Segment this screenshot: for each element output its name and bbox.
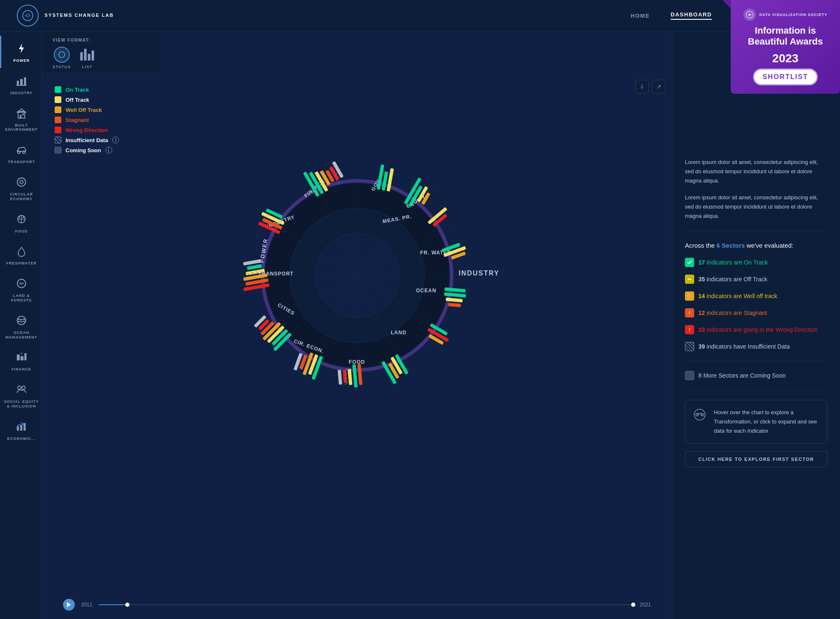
status-view-icon [54, 47, 70, 63]
sidebar-item-economic[interactable]: $ ECONOMIC... [0, 414, 42, 446]
legend-label-insufficient: Insufficient Data [66, 137, 108, 143]
power-icon [14, 41, 29, 56]
nav-home[interactable]: HOME [631, 13, 650, 19]
sidebar-label-built: BUILTENVIRONMENT [5, 123, 38, 132]
badge-wrong-direction: ! [685, 325, 694, 334]
status-view-label: STATUS [53, 65, 71, 69]
badge-stagnant: ! [685, 308, 694, 317]
sidebar-label-finance: FINANCE [12, 367, 32, 372]
sidebar-item-land[interactable]: LAND &FORESTS [0, 271, 42, 308]
sidebar-label-industry: INDUSTRY [10, 91, 33, 95]
timeline-progress [99, 604, 126, 605]
list-view-icon [79, 47, 95, 63]
sidebar-item-transport[interactable]: TRANSPORT [0, 137, 42, 169]
sidebar-label-freshwater: FRESHWATER [6, 261, 37, 266]
bar2 [84, 49, 87, 61]
legend-dot-red [55, 127, 61, 133]
legend-label-stagnant: Stagnant [66, 117, 89, 123]
svg-text:FOOD: FOOD [349, 359, 365, 365]
nav-dashboard[interactable]: DASHBOARD [671, 11, 712, 20]
economic-icon: $ [14, 419, 29, 434]
share-button[interactable]: ↗ [652, 80, 666, 93]
explore-first-sector-button[interactable]: CLICK HERE TO EXPLORE FIRST SECTOR [685, 451, 827, 467]
sidebar-item-social[interactable]: SOCIAL EQUITY& INCLUSION [0, 377, 42, 414]
sidebar-item-power[interactable]: POWER [0, 36, 42, 68]
timeline-track[interactable] [99, 604, 634, 605]
radial-chart: GOV. EQUITY MEAS. PR. FR. WATER OCEAN LA… [193, 95, 521, 410]
view-format-label: VIEW FORMAT: [53, 38, 95, 42]
svg-point-1 [26, 14, 29, 17]
svg-point-19 [18, 216, 20, 218]
indicator-count-on-track: 17 Indicators are On Track [698, 259, 768, 266]
dvs-logo-icon [743, 8, 756, 21]
svg-text:LAND: LAND [391, 330, 406, 336]
legend-dot-green [55, 86, 61, 93]
svg-rect-7 [16, 85, 26, 86]
download-button[interactable]: ⇩ [635, 80, 649, 93]
sidebar-item-built[interactable]: BUILTENVIRONMENT [0, 101, 42, 138]
svg-point-20 [23, 216, 24, 218]
industry-icon [14, 73, 29, 88]
legend-dot-yellow [55, 96, 61, 103]
svg-rect-25 [24, 353, 26, 360]
view-option-status[interactable]: STATUS [53, 47, 71, 69]
svg-rect-24 [21, 356, 24, 360]
badge-on-track [685, 258, 694, 267]
coming-soon-text: 8 More Sectors are Coming Soon [698, 372, 786, 379]
timeline-end: 2021 [640, 602, 651, 608]
svg-rect-91 [337, 370, 342, 385]
svg-text:$: $ [21, 421, 22, 424]
legend-label-wrong: Wrong Direction [66, 127, 108, 133]
left-sidebar: POWER INDUSTRY BUILTENVIRONMENT TRANSPOR… [0, 32, 42, 619]
legend-wrong-direction: Wrong Direction [55, 127, 119, 133]
circular-icon [14, 175, 29, 190]
land-icon [14, 276, 29, 291]
insufficient-info-icon[interactable]: i [112, 137, 119, 143]
indicator-count-wrong: 23 indicators are going in the Wrong Dir… [698, 326, 818, 333]
list-bars [80, 49, 94, 61]
main-layout: POWER INDUSTRY BUILTENVIRONMENT TRANSPOR… [0, 32, 840, 619]
logo-text: SYSTEMS CHANGE LAB [45, 12, 114, 19]
svg-rect-5 [20, 79, 23, 85]
logo-area[interactable]: SYSTEMS CHANGE LAB [17, 5, 114, 26]
dvs-logo: DATA VISUALIZATION SOCIETY [739, 8, 832, 21]
sidebar-item-food[interactable]: FOOD [0, 206, 42, 239]
badge-off-track [685, 275, 694, 284]
indicator-count-insufficient: 39 indicators have Insufficient Data [698, 343, 790, 350]
sidebar-label-economic: ECONOMIC... [7, 436, 36, 441]
explore-hint-text: Hover over the chart to explore a Transf… [714, 408, 819, 436]
svg-rect-6 [24, 77, 26, 85]
sidebar-item-freshwater[interactable]: FRESHWATER [0, 238, 42, 271]
timeline-end-thumb [631, 603, 635, 607]
dvs-name: DATA VISUALIZATION SOCIETY [759, 13, 827, 17]
legend-on-track: On Track [55, 86, 119, 93]
sidebar-item-circular[interactable]: CIRCULARECONOMY [0, 169, 42, 206]
legend-dot-orange [55, 106, 61, 113]
sidebar-label-power: POWER [13, 58, 29, 63]
logo-icon[interactable] [17, 5, 39, 26]
divider-1 [685, 231, 827, 231]
award-title: Information is Beautiful Awards [739, 25, 832, 48]
food-icon [14, 212, 29, 227]
chart-buttons: ⇩ ↗ [635, 80, 666, 93]
svg-rect-108 [247, 264, 262, 270]
chart-container: On Track Off Track Well Off Track Stagna… [42, 74, 672, 593]
svg-rect-4 [17, 81, 19, 85]
indicator-count-well-off: 14 indicators are Well off track [698, 293, 777, 299]
play-button[interactable] [63, 599, 75, 611]
coming-soon-info-icon[interactable]: i [105, 147, 112, 153]
sidebar-item-ocean[interactable]: OCEANMANAGEMENT [0, 308, 42, 345]
coming-soon-badge [685, 371, 694, 380]
sidebar-item-finance[interactable]: $ FINANCE [0, 344, 42, 377]
shortlist-badge: SHORTLIST [753, 69, 818, 85]
sectors-header-pre: Across the [685, 242, 716, 249]
sidebar-item-industry[interactable]: INDUSTRY [0, 68, 42, 101]
legend-coming-soon: Coming Soon i [55, 147, 119, 153]
sidebar-label-food: FOOD [15, 229, 28, 234]
sectors-header: Across the 6 Sectors we've evaluated: [685, 241, 827, 251]
indicator-insufficient: 39 indicators have Insufficient Data [685, 342, 827, 351]
award-banner: DATA VISUALIZATION SOCIETY Information i… [731, 0, 840, 94]
view-option-list[interactable]: LIST [79, 47, 95, 69]
legend-label-on-track: On Track [66, 87, 89, 93]
legend-dot-gray [55, 147, 61, 153]
